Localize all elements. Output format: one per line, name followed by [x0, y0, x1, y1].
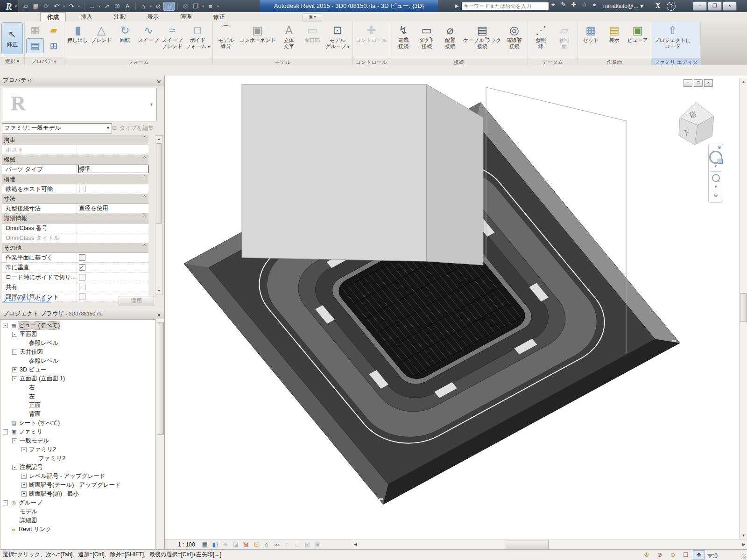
property-row[interactable]: 常に垂直 ^ [2, 263, 148, 273]
tree-item[interactable]: - 平面図 [0, 330, 155, 339]
tree-item[interactable]: - 注釈記号 [0, 463, 155, 472]
tree-item[interactable]: - 立面図 (立面図 1) [0, 374, 155, 383]
view-restore-button[interactable]: □ [694, 79, 703, 87]
ribbon-button[interactable]: ▭ 開口部 ▾ [301, 22, 324, 57]
titlebar-icon[interactable]: ● [589, 0, 599, 9]
expand-collapse-icon[interactable]: - [3, 500, 8, 505]
checkbox[interactable] [79, 264, 85, 271]
expand-collapse-icon[interactable]: + [21, 483, 27, 488]
expand-collapse-icon[interactable]: - [21, 447, 27, 452]
vertical-scrollbar[interactable]: ▲ ▼ [739, 78, 747, 539]
qat-icon[interactable]: ① [112, 2, 122, 11]
ribbon-tab[interactable]: 挿入 [74, 12, 99, 21]
help-icon[interactable]: ? [667, 2, 676, 11]
expand-collapse-icon[interactable]: - [12, 376, 17, 381]
ribbon-button[interactable]: ▣ コンポーネント ▾ [238, 22, 277, 57]
view-control-icon[interactable]: ⌂ [261, 540, 272, 549]
ribbon-tab[interactable]: 管理 [174, 12, 198, 21]
tree-item[interactable]: 左 [0, 392, 155, 401]
ribbon-button[interactable]: ▣ ビューア [626, 22, 650, 57]
expand-collapse-icon[interactable]: - [12, 350, 17, 355]
ribbon-button[interactable]: ≈ スイープ ブレンド ▾ [160, 22, 184, 57]
scroll-up-icon[interactable]: ▲ [740, 78, 747, 86]
qat-icon[interactable]: ↷ [66, 2, 77, 11]
checkbox[interactable] [79, 254, 85, 261]
tree-item[interactable]: + レベル記号 - アップグレード [0, 472, 155, 481]
view-close-button[interactable]: × [704, 79, 713, 87]
property-row[interactable]: 共有 ^ [2, 282, 148, 292]
scroll-right-icon[interactable]: ▶ [740, 539, 747, 549]
property-row[interactable]: 拘束 ^ [2, 135, 148, 145]
steering-wheel-icon[interactable] [709, 151, 722, 164]
view-control-icon[interactable]: ⊡ [251, 540, 261, 549]
qat-icon[interactable]: ⊘ [153, 2, 163, 11]
project-browser-title[interactable]: プロジェクト ブラウザ - 3D0788150.rfa✕ [0, 309, 164, 320]
ribbon-button[interactable]: ⋰ 参照線 [529, 22, 553, 57]
model-3d-view[interactable]: 前 下 [165, 76, 740, 539]
qat-icon[interactable]: ▾ [148, 2, 153, 11]
qat-icon[interactable]: ≣ [163, 2, 175, 11]
family-types-icon[interactable]: ▦ [26, 22, 44, 37]
view-control-icon[interactable]: ⊠ [241, 540, 251, 549]
exchange-apps-icon[interactable]: X [653, 1, 663, 11]
scroll-left-icon[interactable]: ◀ [352, 539, 359, 549]
property-row[interactable]: 丸型接続寸法 直径を使用 ^ [2, 204, 148, 214]
property-row[interactable]: 寸法 ^ [2, 194, 148, 204]
tree-item[interactable]: 背面 [0, 410, 155, 419]
ribbon-button[interactable]: ▦ セット [579, 22, 603, 57]
view-control-icon[interactable]: ▣ [313, 540, 323, 549]
ribbon-button[interactable]: ⌀ 配管接続 [438, 22, 462, 57]
tree-item[interactable]: - ▣ ファミリ [0, 427, 155, 436]
window-close-button[interactable]: × [723, 1, 737, 11]
viewcube[interactable]: 前 下 [679, 103, 714, 145]
expand-collapse-icon[interactable]: - [12, 332, 17, 337]
scroll-down-icon[interactable]: ▼ [740, 532, 747, 539]
ribbon-button[interactable]: □ ボイド フォーム ▾ [184, 22, 211, 57]
titlebar-icon[interactable]: ✚ [569, 0, 579, 9]
qat-icon[interactable]: ↗ [102, 2, 112, 11]
ribbon-tab[interactable]: 表示 [141, 12, 165, 21]
qat-icon[interactable]: ▾ [216, 2, 220, 11]
view-control-icon[interactable]: □ [292, 540, 303, 549]
ribbon-button[interactable]: ▱ 参照面 [553, 22, 576, 57]
ribbon-button[interactable]: ▭ ダクト接続 [415, 22, 438, 57]
apply-button[interactable]: 適用 [119, 296, 154, 306]
modify-button[interactable]: ↖ 修正 [1, 22, 23, 54]
zoom-icon[interactable] [712, 174, 720, 182]
expand-collapse-icon[interactable]: + [21, 474, 27, 479]
ribbon-button[interactable]: ▤ 表示 [603, 22, 626, 57]
tree-item[interactable]: 詳細図 [0, 516, 155, 525]
expand-collapse-icon[interactable]: - [3, 429, 8, 434]
scroll-thumb[interactable] [740, 293, 747, 322]
ribbon-button[interactable]: ✚ コントロール [354, 22, 388, 57]
window-restore-button[interactable]: ❐ [708, 1, 722, 11]
collapse-chevron-icon[interactable]: ^ [143, 175, 146, 180]
qat-icon[interactable]: ▾ [97, 2, 102, 11]
selection-toggle-icon[interactable]: ⊕ [667, 550, 679, 560]
ribbon-button[interactable]: △ ブレンド ▾ [90, 22, 113, 57]
tree-item[interactable]: ▤ シート (すべて) [0, 419, 155, 427]
property-row[interactable]: ホスト ^ [2, 145, 148, 155]
family-category-icon[interactable]: ▰ [45, 22, 63, 37]
ribbon-button[interactable]: ↯ 電気接続 [392, 22, 415, 57]
property-row[interactable]: 作業平面に基づく ^ [2, 253, 148, 263]
chevron-down-icon[interactable]: ▼ [714, 185, 718, 190]
properties-title[interactable]: プロパティ✕ [0, 76, 164, 86]
tree-item[interactable]: + 3D ビュー [0, 365, 155, 374]
expand-collapse-icon[interactable]: - [3, 323, 8, 328]
tree-item[interactable]: - 天井伏図 [0, 348, 155, 357]
property-row[interactable]: その他 ^ [2, 243, 148, 253]
property-row[interactable]: 鉄筋をホスト可能 ^ [2, 184, 148, 194]
property-row[interactable]: OmniClass タイトル ^ [2, 233, 148, 243]
qat-icon[interactable]: ≡ [205, 2, 216, 11]
ribbon-button[interactable]: ∿ スイープ ▾ [137, 22, 161, 57]
expand-collapse-icon[interactable]: + [21, 491, 27, 497]
collapse-chevron-icon[interactable]: ^ [143, 244, 146, 249]
tree-item[interactable]: + 断面記号(頭) - 最小 [0, 490, 155, 498]
expand-collapse-icon[interactable]: + [12, 367, 17, 372]
ribbon-button[interactable]: ◎ 電線管接続 [503, 22, 526, 57]
qat-icon[interactable] [175, 2, 178, 10]
window-minimize-button[interactable]: − [693, 1, 707, 11]
tree-item[interactable]: 参照レベル [0, 357, 155, 365]
qat-icon[interactable]: ↔ [87, 2, 97, 11]
